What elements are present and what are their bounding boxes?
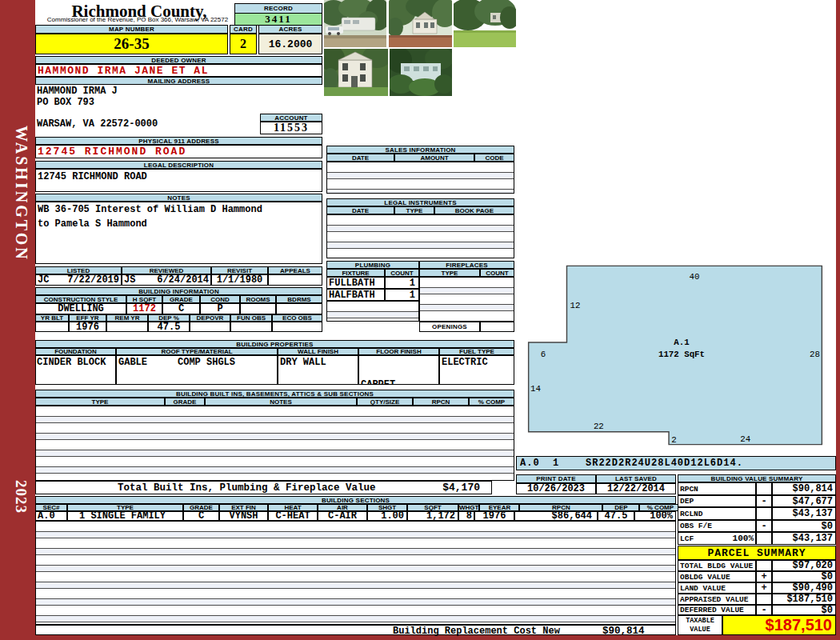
mailing-address-header: MAILING ADDRESS — [35, 77, 322, 85]
legal-description-header: LEGAL DESCRIPTION — [35, 161, 322, 169]
property-photo-1[interactable] — [324, 0, 386, 47]
funobs-header: FUN OBS — [230, 314, 272, 322]
instruments-date-header: DATE — [326, 206, 394, 214]
bdrms-value — [276, 303, 322, 314]
reviewed-value: JS6/24/2014 — [122, 274, 211, 286]
construction-style-value: DWELLING — [35, 303, 126, 314]
bvs-row-rpcn: RPCN $90,814 — [678, 482, 836, 495]
plumbing-row-1: FULLBATH 1 — [326, 277, 419, 289]
fireplaces-header: FIREPLACES — [419, 261, 514, 269]
print-date-value: 10/26/2023 — [516, 483, 596, 494]
sales-amount-header: AMOUNT — [394, 154, 474, 162]
heat-header: HEAT — [268, 504, 318, 511]
parcel-sign — [756, 560, 772, 571]
plumbing-row-2: HALFBATH 1 — [326, 289, 419, 301]
property-photo-4[interactable] — [324, 49, 388, 96]
county-subtitle: Commissioner of the Revenue, PO Box 366,… — [37, 16, 238, 23]
rpcn-header: RPCN — [519, 504, 602, 511]
built-ins-empty-rows — [35, 406, 514, 481]
plumbing-empty-rows — [326, 301, 419, 322]
parcel-row-appraised: APPRAISED VALUE $187,510 — [678, 594, 836, 605]
sketch-dim-bottom-right: 24 — [740, 434, 750, 444]
property-photo-2[interactable] — [389, 0, 452, 47]
grade-value: C — [162, 303, 200, 314]
revisit-value: 1/1/1980 — [211, 274, 268, 286]
deeded-owner-header: DEEDED OWNER — [35, 56, 322, 64]
bvs-label: DEP — [678, 495, 756, 507]
parcel-sign: + — [756, 571, 772, 582]
building-info-value-row-1: DWELLING 1172 C P — [35, 303, 322, 314]
plumbing-header: PLUMBING — [326, 261, 419, 269]
bvs-value: $43,137 — [772, 532, 836, 545]
roof-material-value: COMP SHGLS — [178, 357, 235, 368]
instruments-empty-rows — [326, 214, 514, 258]
building-properties-header-row: FOUNDATION ROOF TYPE/MATERIAL WALL FINIS… — [35, 348, 514, 355]
building-sections-empty-rows — [35, 521, 676, 625]
property-photo-3[interactable] — [454, 0, 516, 47]
parcel-value: $90,490 — [772, 582, 836, 594]
extfin-header: EXT FIN — [219, 504, 268, 511]
sqft-header: SQFT — [407, 504, 458, 511]
eyear-value: 1976 — [474, 511, 514, 521]
grade-header: GRADE — [162, 295, 200, 303]
bvs-label: RCLND — [678, 507, 756, 520]
depovr-value — [190, 322, 230, 332]
effyr-value: 1976 — [69, 322, 106, 332]
eyear-header: EYEAR — [479, 504, 519, 511]
last-saved-header: LAST SAVED — [596, 474, 676, 483]
rooms-header: ROOMS — [240, 295, 276, 303]
record-value: 3411 — [234, 13, 322, 26]
building-value-summary-header: BUILDING VALUE SUMMARY — [678, 474, 836, 482]
bvs-lcf-pct: 100% — [733, 534, 754, 543]
total-built-ins-label: Total Built Ins, Plumbing & Fireplace Va… — [118, 482, 376, 494]
bvs-value: $43,137 — [772, 507, 836, 520]
heat-value: C-HEAT — [268, 511, 318, 521]
reviewed-date: 6/24/2014 — [157, 274, 209, 286]
legal-description-value: 12745 RICHMOND ROAD — [35, 169, 322, 192]
replacement-cost-value: $90,814 — [602, 626, 645, 637]
bvs-row-lcf: LCF 100% $43,137 — [678, 532, 836, 545]
replacement-cost-row: Building Replacement Cost New $90,814 — [35, 625, 676, 635]
sketch-dim-bottom-left: 22 — [594, 422, 604, 431]
comp-value: 100% — [634, 511, 676, 521]
notes-box: WB 36-705 Interest of William D Hammond … — [35, 202, 322, 264]
bvs-sign — [756, 507, 772, 520]
parcel-sign: - — [756, 605, 772, 615]
parcel-value: $0 — [772, 605, 836, 615]
parcel-row-land: LAND VALUE + $90,490 — [678, 582, 836, 594]
parcel-value: $187,510 — [772, 594, 836, 605]
builtins-qty-header: QTY/SIZE — [357, 398, 413, 406]
builtins-rpcn-header: RPCN — [413, 398, 469, 406]
building-information-header: BUILDING INFORMATION — [35, 287, 322, 295]
bvs-value: $0 — [772, 520, 836, 532]
parcel-summary-header: PARCEL SUMMARY — [678, 546, 836, 560]
ecoobs-header: ECO OBS — [272, 314, 322, 322]
openings-label: OPENINGS — [419, 322, 480, 332]
sketch-dim-left: 14 — [530, 384, 541, 394]
sales-empty-rows — [326, 162, 514, 194]
dep-pct-header: DEP % — [148, 314, 190, 322]
bvs-label: RPCN — [678, 482, 756, 495]
parcel-value: $0 — [772, 571, 836, 582]
parcel-sign: + — [756, 582, 772, 594]
property-photo-5[interactable] — [390, 49, 452, 96]
taxable-value-box: $187,510 — [722, 615, 836, 635]
building-sketch: 40 12 6 14 22 2 24 28 A.1 1172 SqFt — [526, 264, 824, 446]
listed-value: JC7/22/2019 — [35, 274, 122, 286]
parcel-row-bldg: TOTAL BLDG VALUE $97,020 — [678, 560, 836, 571]
parcel-label: OBLDG VALUE — [678, 571, 756, 582]
parcel-row-deferred: DEFERRED VALUE - $0 — [678, 605, 836, 615]
taxable-value: $187,510 — [766, 616, 832, 634]
wall-finish-value: DRY WALL — [278, 355, 358, 385]
roof-header: ROOF TYPE/MATERIAL — [116, 348, 278, 355]
map-number-header: MAP NUMBER — [35, 25, 228, 34]
foundation-header: FOUNDATION — [35, 348, 116, 355]
sales-information-header: SALES INFORMATION — [326, 146, 514, 154]
builtins-comp-header: % COMP — [469, 398, 514, 406]
listed-header: LISTED — [35, 266, 122, 274]
bvs-sign — [756, 482, 772, 495]
listed-date: 7/22/2019 — [67, 274, 119, 286]
building-sections-data-row: A.0 1 SINGLE FAMILY C VYNSH C-HEAT C-AIR… — [35, 511, 676, 521]
yrblt-value — [35, 322, 69, 332]
parcel-value: $97,020 — [772, 560, 836, 571]
